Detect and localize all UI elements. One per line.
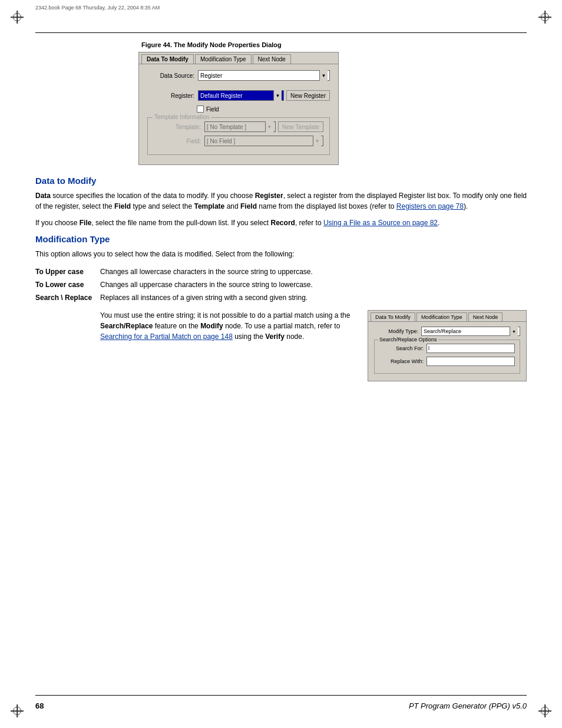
dialog2-replace-with-row: Replace With:	[379, 357, 515, 366]
dialog2-search-for-input[interactable]	[427, 344, 515, 353]
modification-type-intro: This option allows you to select how the…	[35, 249, 527, 259]
dialog1-template-value: [ No Template ]	[207, 124, 246, 130]
data-to-modify-para1: Data source specifies the location of th…	[35, 190, 527, 212]
dialog1-field-row: Field	[197, 106, 330, 113]
dialog1-tabs: Data To Modify Modification Type Next No…	[139, 52, 338, 64]
dialog1-register-select[interactable]: Default Register ▼	[198, 90, 284, 101]
def-row-uppercase: To Upper case Changes all lowercase char…	[35, 265, 527, 278]
dialog1-template-row: Template: [ No Template ] ▼ New Template	[154, 121, 323, 132]
dialog1-register-value: Default Register	[200, 93, 243, 99]
dialog1-register-row: Register: Default Register ▼ New Registe…	[147, 90, 330, 101]
dialog2-search-for-row: Search For:	[379, 344, 515, 353]
searchreplace-detail-row: You must use the entire string; it is no…	[35, 310, 527, 381]
corner-crosshair-tr	[538, 11, 551, 24]
def-def-uppercase: Changes all lowercase characters in the …	[100, 265, 527, 278]
def-row-searchreplace: Search \ Replace Replaces all instances …	[35, 291, 527, 304]
dialog2-options-group-title: Search/Replace Options	[378, 337, 438, 342]
dialog2-modify-type-select[interactable]: Search/Replace ▼	[421, 327, 520, 336]
dialog2-modify-type-row: Modify Type: Search/Replace ▼	[374, 327, 520, 336]
data-to-modify-para2: If you choose File, select the file name…	[35, 218, 527, 228]
def-term-lowercase: To Lower case	[35, 278, 100, 291]
dialog1-tab-data-to-modify[interactable]: Data To Modify	[141, 54, 194, 64]
dialog1-field-checkbox[interactable]	[197, 106, 204, 113]
dialog1-template-arrow: ▼	[265, 121, 273, 132]
top-rule	[35, 32, 527, 33]
partial-match-link[interactable]: Searching for a Partial Match on page 14…	[100, 332, 233, 341]
footer: 68 PT Program Generator (PPG) v5.0	[35, 701, 527, 710]
def-row-lowercase: To Lower case Changes all uppercase char…	[35, 278, 527, 291]
dialog1-new-template-btn: New Template	[278, 121, 323, 132]
dialog1-body: Data Source: Register ▼ Register: Defaul…	[139, 64, 338, 164]
def-term-searchreplace: Search \ Replace	[35, 291, 100, 304]
def-term-uppercase: To Upper case	[35, 265, 100, 278]
dialog1-datasource-value: Register	[200, 73, 222, 79]
header-stamp: 2342.book Page 68 Thursday, July 22, 200…	[35, 5, 160, 11]
bottom-rule	[35, 695, 527, 696]
dialog2-tabs: Data To Modify Modification Type Next No…	[368, 311, 526, 322]
dialog2-tab-modification-type[interactable]: Modification Type	[416, 312, 467, 321]
dialog1-field2-row: Field: [ No Field ] ▼	[154, 136, 323, 146]
dialog1-field2-label: Field:	[154, 138, 201, 144]
dialog1-datasource-label: Data Source:	[147, 73, 194, 79]
main-content: Figure 44. The Modify Node Properties Di…	[35, 41, 527, 690]
corner-crosshair-br	[538, 704, 551, 717]
dialog2-replace-with-label: Replace With:	[379, 358, 424, 364]
dialog2-modify-type-arrow: ▼	[510, 327, 518, 336]
dialog1-new-register-btn[interactable]: New Register	[286, 90, 330, 101]
modification-type-table: To Upper case Changes all lowercase char…	[35, 265, 527, 304]
dialog1-tab-modification-type[interactable]: Modification Type	[195, 54, 252, 64]
dialog1-field2-value: [ No Field ]	[207, 138, 235, 144]
figure-dialog-1: Data To Modify Modification Type Next No…	[138, 52, 339, 165]
dialog2-search-for-label: Search For:	[379, 345, 424, 351]
dialog2-modify-type-value: Search/Replace	[424, 328, 461, 334]
dialog2-tab-next-node[interactable]: Next Node	[468, 312, 503, 321]
dialog2-options-group: Search/Replace Options Search For: Repla…	[374, 340, 520, 374]
dialog2-tab-data-to-modify[interactable]: Data To Modify	[371, 312, 415, 321]
dialog1-field2-arrow: ▼	[313, 136, 321, 146]
figure-caption: Figure 44. The Modify Node Properties Di…	[141, 41, 527, 48]
dialog1-template-group-title: Template Information	[153, 114, 211, 120]
dialog1-field2-select: [ No Field ] ▼	[204, 136, 323, 146]
dialog2-replace-with-input[interactable]	[427, 357, 515, 366]
dialog1-register-arrow: ▼	[273, 90, 282, 101]
dialog1-register-label: Register:	[147, 93, 194, 99]
corner-crosshair-bl	[11, 704, 24, 717]
dialog1-field-label: Field	[206, 106, 219, 113]
figure-dialog-2: Data To Modify Modification Type Next No…	[368, 310, 527, 381]
footer-title: PT Program Generator (PPG) v5.0	[409, 701, 527, 710]
dialog2-modify-type-label: Modify Type:	[374, 328, 418, 334]
dialog1-template-label: Template:	[154, 124, 201, 130]
section-data-to-modify-heading: Data to Modify	[35, 176, 527, 186]
dialog1-tab-next-node[interactable]: Next Node	[253, 54, 291, 64]
def-def-searchreplace: Replaces all instances of a given string…	[100, 291, 527, 304]
footer-page-number: 68	[35, 701, 44, 710]
section-modification-type-heading: Modification Type	[35, 234, 527, 244]
dialog2-body: Modify Type: Search/Replace ▼ Search/Rep…	[368, 322, 526, 381]
registers-link[interactable]: Registers on page 78	[396, 202, 464, 210]
searchreplace-body-text: You must use the entire string; it is no…	[100, 310, 368, 342]
dialog1-template-select: [ No Template ] ▼	[204, 121, 276, 132]
dialog1-datasource-select[interactable]: Register ▼	[198, 70, 330, 81]
dialog1-datasource-row: Data Source: Register ▼	[147, 70, 330, 81]
corner-crosshair-tl	[11, 11, 24, 24]
dialog1-datasource-arrow: ▼	[319, 70, 328, 81]
searchreplace-content: You must use the entire string; it is no…	[100, 310, 527, 381]
dialog1-template-group: Template Information Template: [ No Temp…	[147, 117, 330, 155]
using-file-link[interactable]: Using a File as a Source on page 82	[323, 219, 438, 227]
def-def-lowercase: Changes all uppercase characters in the …	[100, 278, 527, 291]
